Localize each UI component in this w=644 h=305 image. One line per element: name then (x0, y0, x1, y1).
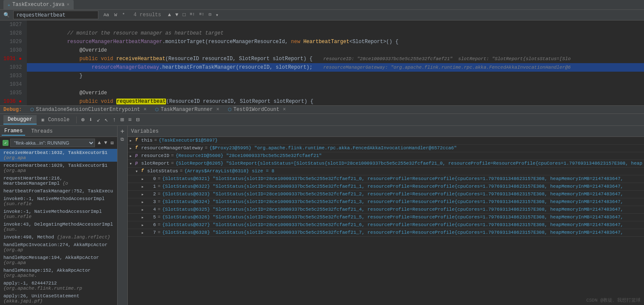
var-item-slot-0[interactable]: ▸ 0 = {SlotStatus@6321} "SlotStatus{slot… (128, 175, 644, 183)
var-equals-slot-6: = (158, 222, 161, 227)
var-item-ss[interactable]: ▾ f slotsStatus = {Arrays$ArrayList@6318… (128, 168, 644, 175)
var-item-slot-6[interactable]: ▸ 6 = {SlotStatus@6327} "SlotStatus{slot… (128, 221, 644, 229)
var-value-slot-3: {SlotStatus@6324} "SlotStatus{slotID=28c… (162, 199, 624, 204)
frame-item-10[interactable]: handleMessage:152, AkkaRpcActor {org.apa… (0, 267, 117, 279)
var-toggle-ss[interactable]: ▾ (135, 168, 141, 174)
var-item-slot-7[interactable]: ▸ 7 = {SlotStatus@6328} "SlotStatus{slot… (128, 229, 644, 237)
code-line-1036: public void requestHeartbeat(ResourceID … (27, 97, 644, 105)
var-name-slot-3: 3 (153, 199, 156, 204)
test-tab-close[interactable]: × (283, 107, 286, 113)
frame-item-7[interactable]: invoke:498, Method {java.lang.reflect} (0, 233, 117, 241)
frame-item-12[interactable]: apply:26, UnitCaseStatement {akka.japi.p… (0, 292, 117, 305)
var-toggle-slot-5[interactable]: ▸ (141, 215, 147, 220)
frame-label-6: invoke:43, DelegatingMethodAccessorImpl … (3, 222, 114, 232)
code-line-1035: @Override (27, 89, 644, 97)
taskmanager-tab-close[interactable]: × (216, 107, 219, 113)
file-tab[interactable]: ☕ TaskExecutor.java × (3, 0, 74, 9)
var-toggle-rmg[interactable]: ▸ (129, 145, 135, 151)
var-item-slot-5[interactable]: ▸ 5 = {SlotStatus@6326} "SlotStatus{slot… (128, 214, 644, 221)
trace-button[interactable]: ≡ (126, 116, 133, 124)
var-toggle-rid[interactable]: ▸ (129, 153, 135, 159)
debug-tab-standalone[interactable]: ⬡ StandaloneSessionClusterEntrypoint × (27, 106, 150, 113)
expand-button[interactable]: □ (181, 11, 187, 19)
copy-value-button[interactable]: ⧉ (120, 136, 125, 143)
var-toggle-this[interactable]: ▸ (129, 138, 135, 143)
var-item-rid[interactable]: ▸ p resourceID = {ResourceID@5600} "28ce… (128, 152, 644, 160)
step-out-button[interactable]: ↖ (103, 115, 110, 124)
test-tab-icon: ⬡ (228, 107, 232, 112)
thread-status-badge: ✓ (3, 140, 9, 146)
frame-item-0[interactable]: receiveHeartbeat:1032, TaskExecutor$1 {o… (0, 149, 117, 162)
show-execution-point-button[interactable]: ⊛ (79, 115, 86, 124)
regex-button[interactable]: * (121, 12, 127, 18)
prev-result-button[interactable]: ▲ (166, 11, 172, 19)
var-name-slot-6: 6 (153, 222, 156, 227)
code-line-1031: public void receiveHeartbeat(ResourceID … (27, 55, 644, 63)
thread-prev-button[interactable]: ▲ (97, 139, 101, 147)
debug-session-bar: Debug: ⬡ StandaloneSessionClusterEntrypo… (0, 105, 644, 114)
thread-dropdown[interactable]: "flink-akka...in": RUNNING (10, 139, 95, 147)
frame-item-4[interactable]: invoke0:-1, NativeMethodAccessorImpl {su… (0, 195, 117, 208)
thread-filter-button[interactable]: ⊞ (110, 139, 115, 147)
var-toggle-slot-0[interactable]: ▸ (141, 176, 147, 182)
settings-search-button[interactable]: ▾ (214, 11, 220, 19)
var-toggle-slot-2[interactable]: ▸ (141, 192, 147, 197)
standalone-tab-close[interactable]: × (144, 107, 147, 113)
filter-results-button[interactable]: ≡↕ (198, 11, 206, 19)
frame-item-6[interactable]: invoke:43, DelegatingMethodAccessorImpl … (0, 221, 117, 233)
var-toggle-slot-6[interactable]: ▸ (141, 222, 147, 228)
close-search-button[interactable]: ⊟ (207, 11, 213, 19)
var-toggle-slot-1[interactable]: ▸ (141, 184, 147, 189)
var-name-rid: resourceID (141, 153, 170, 158)
var-item-slot-4[interactable]: ▸ 4 = {SlotStatus@6325} "SlotStatus{slot… (128, 206, 644, 214)
match-case-button[interactable]: Aa (102, 12, 111, 18)
var-item-slot-3[interactable]: ▸ 3 = {SlotStatus@6324} "SlotStatus{slot… (128, 198, 644, 206)
console-tab[interactable]: ▣ Console (37, 116, 74, 124)
search-input[interactable] (16, 12, 76, 18)
var-toggle-slot-4[interactable]: ▸ (141, 207, 147, 212)
frame-item-3[interactable]: heartbeatFromTaskManager:752, TaskExecu (0, 187, 117, 195)
var-item-slot-2[interactable]: ▸ 2 = {SlotStatus@6323} "SlotStatus{slot… (128, 191, 644, 198)
var-toggle-slot-3[interactable]: ▸ (141, 199, 147, 205)
var-equals-slot-2: = (158, 192, 161, 197)
whole-word-button[interactable]: W (112, 12, 119, 18)
frames-tab[interactable]: Frames (2, 127, 25, 136)
filter-lines-button[interactable]: ≡↕ (188, 11, 197, 19)
var-toggle-sr[interactable]: ▾ (129, 161, 135, 166)
code-line-1027 (27, 20, 644, 29)
step-into-button[interactable]: ↙ (95, 115, 102, 124)
debug-tab-test[interactable]: ⬡ Test01WordCount × (224, 106, 289, 113)
console-tab-icon: ▣ (42, 118, 44, 122)
frame-item-1[interactable]: receiveHeartbeat:1029, TaskExecutor$1 {o… (0, 162, 117, 174)
var-value-slot-6: {SlotStatus@6327} "SlotStatus{slotID=28c… (162, 222, 624, 227)
var-value-slot-2: {SlotStatus@6323} "SlotStatus{slotID=28c… (162, 192, 624, 197)
var-item-sr[interactable]: ▾ p slotReport = {SlotReport@6205} "Slot… (128, 160, 644, 168)
add-watch-button[interactable]: + (118, 128, 127, 136)
tab-close-button[interactable]: × (66, 2, 69, 7)
code-line-1029: resourceManagerHeartbeatManager.monitorT… (27, 38, 644, 46)
frame-item-5[interactable]: invoke:-1, NativeMethodAccessorImpl {sun… (0, 208, 117, 221)
more-button[interactable]: ⊟ (134, 115, 141, 124)
var-item-rmg[interactable]: ▸ f resourceManagerGateway = {$Proxy23@5… (128, 145, 644, 152)
frame-item-2[interactable]: requestHeartbeat:216, HeartbeatManagerIm… (0, 174, 117, 187)
var-value-slot-4: {SlotStatus@6325} "SlotStatus{slotID=28c… (162, 207, 624, 212)
next-result-button[interactable]: ▼ (173, 11, 180, 19)
run-to-cursor-button[interactable]: ↑ (111, 116, 118, 124)
var-toggle-slot-7[interactable]: ▸ (141, 230, 147, 235)
var-equals-slot-4: = (158, 207, 161, 212)
standalone-tab-label: StandaloneSessionClusterEntrypoint (36, 107, 140, 113)
var-item-slot-1[interactable]: ▸ 1 = {SlotStatus@6322} "SlotStatus{slot… (128, 183, 644, 191)
var-icon-sr: p (135, 161, 141, 166)
frame-item-8[interactable]: handleRpcInvocation:274, AkkaRpcActor {o… (0, 241, 117, 254)
frame-item-9[interactable]: handleRpcMessage:194, AkkaRpcActor {org.… (0, 254, 117, 267)
threads-tab[interactable]: Threads (29, 128, 55, 135)
step-over-button[interactable]: ⬇ (87, 115, 94, 124)
thread-next-button[interactable]: ▼ (104, 139, 108, 147)
var-item-this[interactable]: ▸ f this = {TaskExecutor$1@5897} (128, 137, 644, 145)
evaluate-expression-button[interactable]: ⊞ (118, 115, 125, 124)
debugger-tab[interactable]: Debugger (3, 115, 37, 125)
frame-item-11[interactable]: apply:-1, 624447212 {org.apache.flink.ru… (0, 279, 117, 292)
debug-tab-taskmanager[interactable]: ⬡ TaskManagerRunner × (152, 106, 223, 113)
code-line-1033: } (27, 72, 644, 80)
var-equals-slot-3: = (158, 199, 161, 204)
